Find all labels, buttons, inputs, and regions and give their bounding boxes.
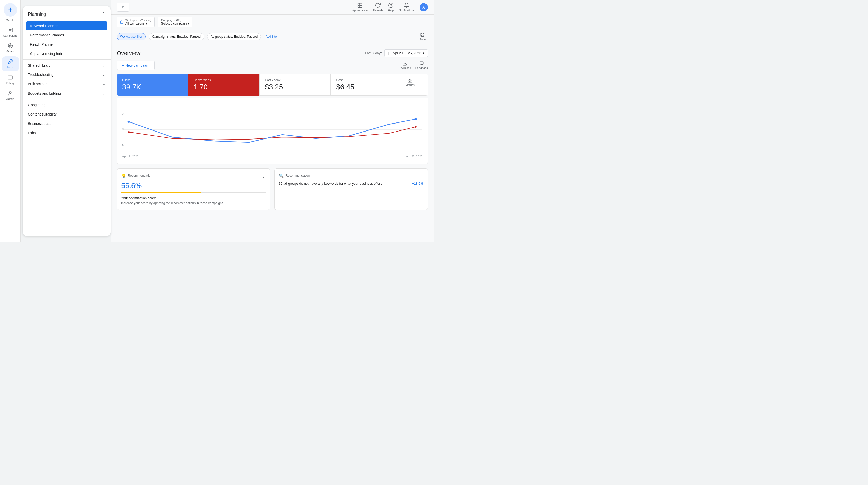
troubleshooting-label: Troubleshooting xyxy=(28,72,54,77)
workspace-bar: Workspace (2 filters) All campaigns ▾ Ca… xyxy=(111,15,434,29)
rec-bar-bg xyxy=(121,192,266,193)
svg-text:1: 1 xyxy=(122,128,125,131)
date-range: Last 7 days Apr 20 — 26, 2023 ▾ xyxy=(365,49,428,57)
workspace-filter-chip[interactable]: Workspace filter xyxy=(117,33,146,40)
notifications-button[interactable]: Notifications xyxy=(399,3,414,12)
metrics-more-button[interactable]: ⋮ xyxy=(418,74,428,96)
cost-value: $6.45 xyxy=(336,83,397,91)
svg-point-23 xyxy=(128,121,130,123)
sidebar-item-goals[interactable]: Goals xyxy=(2,40,19,55)
download-label: Download xyxy=(399,66,411,69)
menu-item-reach-planner[interactable]: Reach Planner xyxy=(23,40,111,49)
svg-rect-15 xyxy=(408,81,410,83)
budgets-bidding-label: Budgets and bidding xyxy=(28,91,61,95)
shared-library-chevron: ⌄ xyxy=(102,63,105,67)
goals-icon xyxy=(7,42,13,49)
sidebar-item-campaigns[interactable]: Campaigns xyxy=(2,25,19,39)
menu-item-business-data[interactable]: Business data xyxy=(23,119,111,128)
rec-percentage: +18.6% xyxy=(412,182,424,185)
chart-x-right: Apr 25, 2023 xyxy=(406,155,423,158)
cost-conv-label: Cost / conv. xyxy=(265,78,325,82)
calendar-icon xyxy=(388,52,392,55)
menu-item-google-tag[interactable]: Google tag xyxy=(23,100,111,110)
refresh-icon xyxy=(375,3,380,8)
top-bar-left: ▼ xyxy=(117,3,129,11)
campaigns-select: Select a campaign ▾ xyxy=(161,22,189,25)
shared-library-label: Shared library xyxy=(28,63,51,67)
ad-group-status-filter[interactable]: Ad group status: Enabled, Paused xyxy=(207,33,261,40)
rec-label-2: 🔍 Recommendation xyxy=(279,173,310,178)
menu-item-content-suitability[interactable]: Content suitability xyxy=(23,110,111,119)
planning-header: Planning ⌃ xyxy=(23,11,111,21)
rec-description-1: Increase your score by applying the reco… xyxy=(121,201,266,205)
svg-rect-3 xyxy=(8,76,12,79)
svg-point-10 xyxy=(391,6,391,7)
recommendations-row: 💡 Recommendation ⋮ 55.6% Your optimizati… xyxy=(117,169,428,210)
overview-title: Overview xyxy=(117,50,141,57)
sidebar-item-billing[interactable]: Billing xyxy=(2,72,19,87)
campaign-status-filter[interactable]: Campaign status: Enabled, Paused xyxy=(149,33,204,40)
menu-item-app-advertising[interactable]: App advertising hub xyxy=(23,49,111,58)
download-button[interactable]: Download xyxy=(399,61,411,69)
metrics-more-icon: ⋮ xyxy=(420,82,426,88)
metrics-button[interactable]: Metrics xyxy=(402,74,418,96)
date-range-label: Last 7 days xyxy=(365,51,382,55)
svg-point-4 xyxy=(9,91,11,93)
filter-bar: Workspace filter Campaign status: Enable… xyxy=(111,29,434,44)
menu-section-shared-library[interactable]: Shared library ⌄ xyxy=(23,61,111,70)
metric-card-cost-conv: Cost / conv. $3.25 xyxy=(259,74,331,96)
help-button[interactable]: Help xyxy=(388,3,394,12)
feedback-button[interactable]: Feedback xyxy=(415,61,428,69)
user-avatar[interactable]: A xyxy=(420,3,428,11)
rec-score: 55.6% xyxy=(121,182,266,190)
menu-item-keyword-planner[interactable]: Keyword Planner xyxy=(26,21,107,30)
create-label: Create xyxy=(6,19,14,22)
svg-rect-11 xyxy=(388,52,391,55)
new-campaign-button[interactable]: + New campaign xyxy=(117,61,155,70)
menu-section-bulk-actions[interactable]: Bulk actions ⌄ xyxy=(23,79,111,89)
date-picker[interactable]: Apr 20 — 26, 2023 ▾ xyxy=(384,49,428,57)
performance-chart: 0 1 2 xyxy=(122,101,423,153)
refresh-button[interactable]: Refresh xyxy=(373,3,383,12)
workspace-filter-dropdown[interactable]: Workspace (2 filters) All campaigns ▾ xyxy=(117,17,155,27)
rec-bar-fill xyxy=(121,192,202,193)
svg-point-9 xyxy=(389,3,393,8)
svg-point-2 xyxy=(10,46,10,46)
refresh-label: Refresh xyxy=(373,9,383,12)
sidebar-item-admin[interactable]: Admin xyxy=(2,88,19,103)
menu-section-troubleshooting[interactable]: Troubleshooting ⌄ xyxy=(23,70,111,79)
conversions-value: 1.70 xyxy=(193,83,254,91)
metrics-row: Clicks 39.7K Conversions 1.70 Cost / con… xyxy=(117,74,428,96)
svg-rect-5 xyxy=(358,3,360,5)
rec-options-1[interactable]: ⋮ xyxy=(261,173,266,179)
campaigns-dropdown[interactable]: Campaigns (63) Select a campaign ▾ xyxy=(158,17,193,27)
cost-label: Cost xyxy=(336,78,397,82)
top-dropdown[interactable]: ▼ xyxy=(117,3,129,11)
sidebar-item-tools[interactable]: Tools xyxy=(2,56,19,71)
appearance-button[interactable]: Appearance xyxy=(352,3,368,12)
metric-card-conversions: Conversions 1.70 xyxy=(188,74,259,96)
chart-x-left: Apr 19, 2023 xyxy=(122,155,138,158)
planning-panel: Planning ⌃ Keyword Planner Performance P… xyxy=(23,6,111,236)
svg-rect-7 xyxy=(358,6,360,7)
menu-section-budgets-bidding[interactable]: Budgets and bidding ⌄ xyxy=(23,89,111,98)
svg-rect-8 xyxy=(360,6,362,7)
metric-card-cost: Cost $6.45 xyxy=(331,74,402,96)
bulk-actions-chevron: ⌄ xyxy=(102,82,105,86)
troubleshooting-chevron: ⌄ xyxy=(102,72,105,77)
planning-title: Planning xyxy=(28,11,46,17)
rec-options-2[interactable]: ⋮ xyxy=(419,173,424,179)
menu-item-performance-planner[interactable]: Performance Planner xyxy=(23,30,111,40)
divider-1 xyxy=(23,59,111,60)
main-content: ▼ Appearance xyxy=(111,0,434,242)
planning-close-button[interactable]: ⌃ xyxy=(101,11,105,17)
tools-icon xyxy=(7,58,13,65)
menu-item-labs[interactable]: Labs xyxy=(23,128,111,138)
create-button[interactable] xyxy=(4,3,17,17)
save-button[interactable]: Save xyxy=(417,32,428,42)
rec-label-1: 💡 Recommendation xyxy=(121,173,152,178)
svg-rect-16 xyxy=(410,81,412,83)
add-filter-button[interactable]: Add filter xyxy=(264,33,279,40)
recommendation-card-1: 💡 Recommendation ⋮ 55.6% Your optimizati… xyxy=(117,169,270,210)
overview-header: Overview Last 7 days Apr 20 — 26, 2023 ▾ xyxy=(117,49,428,57)
